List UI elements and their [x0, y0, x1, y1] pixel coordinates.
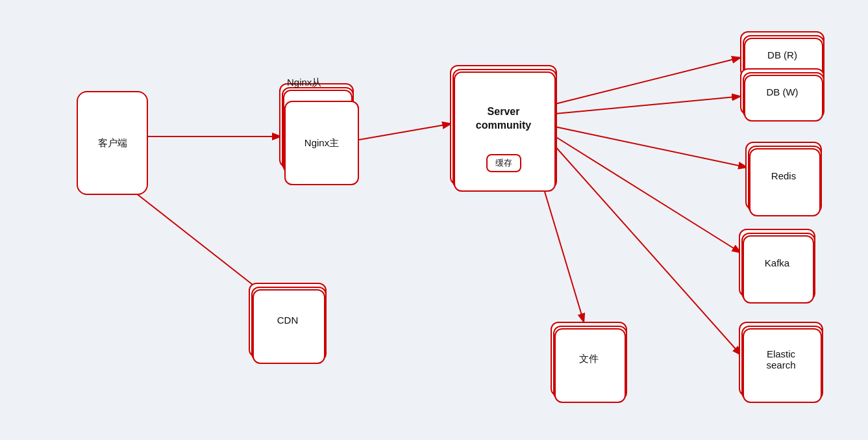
client-label: 客户端 — [98, 137, 127, 149]
cache-box: 缓存 — [486, 154, 521, 172]
db-w-node: DB (W) — [740, 68, 825, 115]
arrows-svg — [0, 0, 868, 440]
cache-label: 缓存 — [495, 158, 512, 168]
kafka-label: Kafka — [765, 257, 789, 268]
elastic-search-node: Elasticsearch — [739, 322, 823, 396]
svg-line-7 — [555, 136, 742, 253]
svg-line-3 — [359, 123, 453, 140]
client-node: 客户端 — [77, 91, 148, 195]
redis-label: Redis — [771, 170, 796, 181]
elastic-search-label: Elasticsearch — [766, 348, 795, 370]
db-w-label: DB (W) — [766, 86, 798, 97]
nginx-master-label: Nginx主 — [304, 137, 339, 149]
kafka-node: Kafka — [739, 229, 815, 297]
nginx-slave-label: Nginx从 — [287, 77, 321, 89]
server-community-node: Servercommunity 缓存 — [450, 65, 557, 185]
nginx-master-node: Nginx主 — [284, 101, 359, 185]
svg-line-5 — [555, 96, 742, 114]
svg-line-9 — [539, 172, 584, 324]
file-node: 文件 — [551, 322, 627, 396]
cdn-label: CDN — [277, 315, 299, 326]
svg-line-6 — [555, 127, 749, 168]
file-label: 文件 — [579, 353, 599, 365]
cdn-node: CDN — [249, 283, 327, 357]
architecture-diagram: 客户端 Nginx从 Nginx主 Servercommunity 缓存 CDN… — [0, 0, 868, 440]
redis-node: Redis — [745, 142, 822, 210]
svg-line-4 — [555, 57, 742, 104]
server-community-label: Servercommunity — [476, 99, 531, 133]
db-r-label: DB (R) — [767, 49, 797, 60]
